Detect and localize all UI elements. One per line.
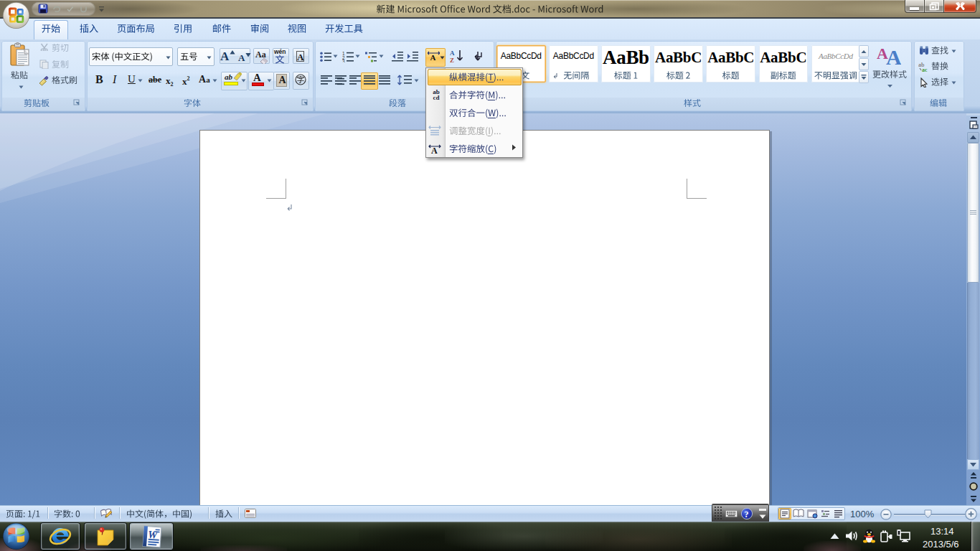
svg-text:3: 3 [342, 59, 345, 62]
svg-text:A: A [450, 50, 455, 57]
svg-text:A: A [431, 146, 438, 154]
svg-text:Z: Z [450, 57, 454, 64]
svg-text:ac: ac [922, 67, 928, 72]
svg-text:?: ? [745, 509, 749, 519]
svg-text:A: A [430, 53, 436, 61]
svg-text:A: A [886, 45, 901, 66]
